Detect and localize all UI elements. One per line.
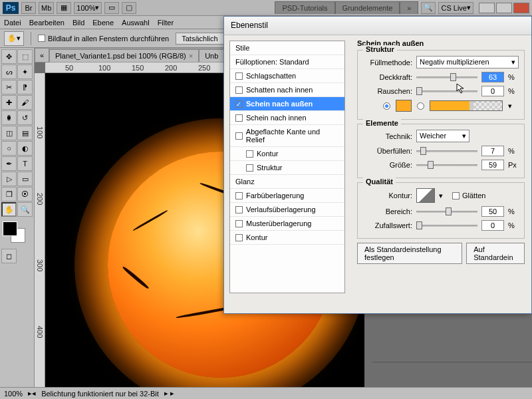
workspace-tab-2[interactable]: Grundelemente xyxy=(335,1,400,14)
opacity-input[interactable]: 63 xyxy=(481,72,504,82)
3d-tool[interactable]: ❒ xyxy=(1,187,17,201)
history-brush-tool[interactable]: ↺ xyxy=(17,110,33,125)
document-tab-1[interactable]: Planet_Variante1.psd bei 100% (RGB/8)× xyxy=(49,49,199,62)
menu-ebene[interactable]: Ebene xyxy=(92,19,114,27)
style-checkbox[interactable] xyxy=(235,234,243,241)
close-icon[interactable]: × xyxy=(189,52,193,60)
style-checkbox[interactable] xyxy=(235,114,243,122)
style-item[interactable]: Verlaufsüberlagerung xyxy=(230,203,344,217)
style-item[interactable]: Farbüberlagerung xyxy=(230,189,344,203)
gradient-tool[interactable]: ▤ xyxy=(17,126,33,140)
arrange-button[interactable]: ▭ xyxy=(104,2,119,14)
scroll-all-windows-checkbox[interactable]: Bildlauf in allen Fenstern durchführen xyxy=(38,35,169,43)
size-slider[interactable] xyxy=(416,164,477,166)
close-button[interactable] xyxy=(513,3,529,13)
actual-pixels-button[interactable]: Tatsächlich xyxy=(176,33,223,45)
brush-tool[interactable]: 🖌 xyxy=(17,95,33,110)
make-default-button[interactable]: Als Standardeinstellung festlegen xyxy=(357,243,462,264)
path-tool[interactable]: ▷ xyxy=(1,172,17,186)
style-item[interactable]: Schein nach innen xyxy=(230,111,344,125)
search-icon[interactable]: 🔍 xyxy=(421,2,436,14)
style-checkbox[interactable] xyxy=(235,132,243,140)
blend-mode-combo[interactable]: Negativ multiplizieren▾ xyxy=(416,56,519,68)
zoom-level[interactable]: 100% ▾ xyxy=(74,2,102,14)
style-checkbox[interactable] xyxy=(235,100,243,108)
shape-tool[interactable]: ▭ xyxy=(17,172,33,186)
eyedropper-tool[interactable]: ⁋ xyxy=(17,80,33,94)
minibridge-button[interactable]: Mb xyxy=(39,2,54,14)
style-item[interactable]: Musterüberlagerung xyxy=(230,217,344,231)
style-checkbox[interactable] xyxy=(235,192,243,200)
color-swatches[interactable] xyxy=(1,221,33,245)
menu-datei[interactable]: Datei xyxy=(4,19,21,27)
menu-bild[interactable]: Bild xyxy=(72,19,84,27)
color-radio[interactable] xyxy=(383,102,390,110)
jitter-slider[interactable] xyxy=(416,225,477,227)
fill-options-header[interactable]: Fülloptionen: Standard xyxy=(230,55,344,69)
jitter-input[interactable]: 0 xyxy=(481,220,504,231)
zoom-tool[interactable]: 🔍 xyxy=(17,202,33,217)
style-checkbox[interactable] xyxy=(246,164,253,172)
style-item[interactable]: Kontur xyxy=(230,147,344,161)
style-item[interactable]: Kontur xyxy=(230,231,344,245)
screenmode-button[interactable]: ▢ xyxy=(122,2,136,14)
menu-auswahl[interactable]: Auswahl xyxy=(122,19,150,27)
dodge-tool[interactable]: ◐ xyxy=(17,141,33,156)
crop-tool[interactable]: ✂ xyxy=(1,80,17,94)
style-item[interactable]: Glanz xyxy=(230,175,344,189)
chevron-down-icon[interactable]: ▾ xyxy=(439,192,443,200)
spread-input[interactable]: 7 xyxy=(481,146,504,156)
size-input[interactable]: 59 xyxy=(481,160,504,170)
foreground-color[interactable] xyxy=(3,221,17,236)
document-tab-2[interactable]: Unb xyxy=(199,49,224,62)
bridge-button[interactable]: Br xyxy=(21,2,36,14)
move-tool[interactable]: ✥ xyxy=(1,49,17,64)
spread-slider[interactable] xyxy=(416,150,477,152)
viewextras-button[interactable]: ▦ xyxy=(57,2,71,14)
opacity-slider[interactable] xyxy=(416,76,477,78)
range-input[interactable]: 50 xyxy=(481,206,504,217)
style-item[interactable]: Struktur xyxy=(230,161,344,175)
glow-gradient-picker[interactable] xyxy=(430,100,503,111)
hand-tool[interactable]: ✋ xyxy=(1,202,17,217)
style-checkbox[interactable] xyxy=(235,86,243,94)
quickmask-tool[interactable]: ◻ xyxy=(1,249,17,263)
chevron-down-icon[interactable]: ▾ xyxy=(508,102,512,110)
stamp-tool[interactable]: ⧯ xyxy=(1,110,17,125)
wand-tool[interactable]: ✦ xyxy=(17,65,33,79)
maximize-button[interactable] xyxy=(496,3,512,13)
workspace-tab-1[interactable]: PSD-Tutorials xyxy=(275,1,334,14)
style-checkbox[interactable] xyxy=(235,206,243,213)
pen-tool[interactable]: ✒ xyxy=(1,156,17,171)
3d-camera-tool[interactable]: ⦿ xyxy=(17,187,33,201)
status-zoom[interactable]: 100% xyxy=(4,390,23,398)
style-item[interactable]: Schatten nach innen xyxy=(230,83,344,97)
gradient-radio[interactable] xyxy=(417,102,424,110)
workspace-more[interactable]: » xyxy=(400,1,418,14)
glow-color-swatch[interactable] xyxy=(396,100,412,112)
cslive-button[interactable]: CS Live ▾ xyxy=(438,2,473,14)
antialias-checkbox[interactable]: Glätten xyxy=(452,192,501,200)
menu-filter[interactable]: Filter xyxy=(158,19,174,27)
style-item[interactable]: Schlagschatten xyxy=(230,69,344,83)
type-tool[interactable]: T xyxy=(17,156,33,171)
menu-bearbeiten[interactable]: Bearbeiten xyxy=(29,19,65,27)
noise-slider[interactable] xyxy=(416,90,477,92)
noise-input[interactable]: 0 xyxy=(481,86,504,96)
minimize-button[interactable] xyxy=(479,3,495,13)
contour-picker[interactable] xyxy=(416,188,435,203)
technique-combo[interactable]: Weicher▾ xyxy=(416,130,469,142)
blur-tool[interactable]: ○ xyxy=(1,141,17,156)
eraser-tool[interactable]: ◫ xyxy=(1,126,17,140)
marquee-tool[interactable]: ⬚ xyxy=(17,49,33,64)
style-checkbox[interactable] xyxy=(246,150,253,158)
style-checkbox[interactable] xyxy=(235,72,243,80)
styles-header[interactable]: Stile xyxy=(230,41,344,55)
lasso-tool[interactable]: ᔕ xyxy=(1,65,17,79)
healing-tool[interactable]: ✚ xyxy=(1,95,17,110)
range-slider[interactable] xyxy=(416,211,477,213)
style-item[interactable]: Schein nach außen xyxy=(230,97,344,111)
tab-collapse-icon[interactable]: « xyxy=(35,48,49,63)
style-item[interactable]: Abgeflachte Kante und Relief xyxy=(230,125,344,147)
style-checkbox[interactable] xyxy=(235,220,243,227)
